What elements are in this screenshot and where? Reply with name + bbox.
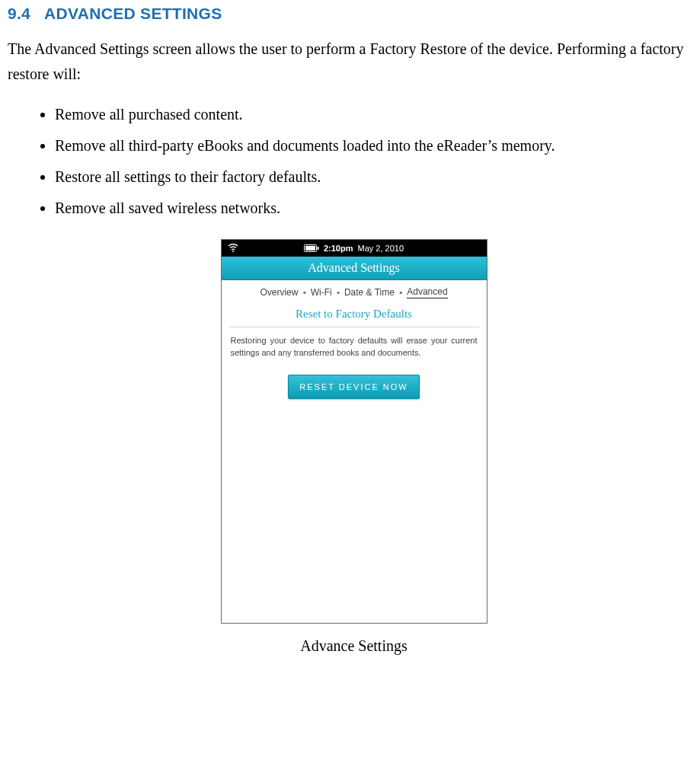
intro-paragraph: The Advanced Settings screen allows the … [8,37,700,87]
tab-separator: ▪ [399,287,402,298]
reset-device-button[interactable]: RESET DEVICE NOW [288,375,419,399]
list-item: Remove all purchased content. [55,99,700,130]
list-item: Remove all third-party eBooks and docume… [55,130,700,161]
section-number: 9.4 [8,5,30,22]
svg-rect-3 [317,247,318,250]
tab-overview[interactable]: Overview [260,287,298,298]
status-date: May 2, 2010 [357,244,404,253]
wifi-icon [228,243,238,252]
list-item: Restore all settings to their factory de… [55,161,700,193]
tab-separator: ▪ [302,287,305,298]
svg-rect-2 [305,246,315,251]
bullet-list: Remove all purchased content. Remove all… [8,99,700,224]
section-title-text: ADVANCED SETTINGS [44,5,222,22]
tabs-row: Overview ▪ Wi-Fi ▪ Date & Time ▪ Advance… [222,280,487,303]
reset-body-text: Restoring your device to factory default… [222,327,487,370]
reset-section-title: Reset to Factory Defaults [222,303,487,327]
tab-date-time[interactable]: Date & Time [344,287,395,298]
svg-point-0 [232,251,234,252]
battery-icon [304,244,319,252]
tab-separator: ▪ [337,287,340,298]
status-bar: 2:10pm May 2, 2010 [222,240,487,257]
figure-caption: Advance Settings [8,637,700,655]
device-screenshot: 2:10pm May 2, 2010 Advanced Settings Ove… [221,239,487,624]
list-item: Remove all saved wireless networks. [55,193,700,224]
status-time: 2:10pm [324,244,353,253]
tab-wifi[interactable]: Wi-Fi [311,287,332,298]
title-bar: Advanced Settings [222,257,487,280]
section-heading: 9.4ADVANCED SETTINGS [8,5,700,23]
tab-advanced[interactable]: Advanced [407,286,447,298]
